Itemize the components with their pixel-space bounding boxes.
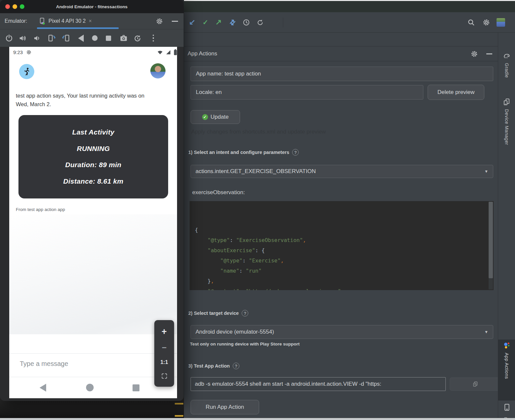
volume-down-icon [32,34,41,43]
intent-dropdown[interactable]: actions.intent.GET_EXERCISE_OBSERVATION … [191,165,493,178]
search-everywhere-button[interactable] [466,17,477,28]
tab-gradle-label: Gradle [504,63,509,78]
adb-command-input[interactable]: adb -s emulator-5554 shell am start -a a… [191,377,446,391]
copy-command-button[interactable] [450,377,501,391]
section3-text: 3) Test App Action [188,363,230,369]
home-button[interactable] [88,32,102,45]
update-project-icon: ↙ [189,18,195,26]
target-device-dropdown[interactable]: Android device (emulator-5554) ▼ [191,325,493,339]
tab-device-manager-label: Device Manager [504,109,509,145]
status-bar: 9:23 [13,49,32,55]
help-icon[interactable]: ? [242,310,248,316]
status-gear-icon [26,49,32,55]
tab-gradle[interactable]: Gradle [498,50,515,96]
help-icon[interactable]: ? [233,363,239,369]
screenshot-root: ↙ ✓ ↗ ⇄ App Actions [0,0,515,420]
param-label: exerciseObservation: [192,189,245,196]
undo-icon [256,18,264,26]
studio-main-toolbar: ↙ ✓ ↗ ⇄ [184,12,515,33]
intent-dropdown-value: actions.intent.GET_EXERCISE_OBSERVATION [196,168,316,175]
update-label: Update [211,114,229,120]
settings-button[interactable] [481,17,492,28]
nav-home-button[interactable] [86,384,94,391]
chevron-down-icon: ▼ [484,330,488,334]
rotate-right-button[interactable] [59,32,73,45]
rollback-button[interactable] [255,17,266,28]
panel-minimize-button[interactable] [486,53,492,54]
actual-size-button[interactable]: 1:1 [160,359,168,365]
check-circle-icon: ✓ [202,114,208,120]
vcs-commit-button[interactable]: ✓ [200,17,211,28]
more-options-button[interactable] [146,32,160,45]
panel-settings-button[interactable] [470,50,478,59]
assistant-message: test app action says, Your last running … [16,92,151,108]
gradle-elephant-icon [503,52,511,60]
zoom-in-button[interactable]: + [162,327,167,336]
card-activity: RUNNING [18,145,168,153]
app-avatar [19,64,34,79]
card-title: Last Activity [18,128,168,136]
intent-parameter-json-editor[interactable]: { "@type": "ExerciseObservation", "about… [190,201,494,290]
vcs-sync-button[interactable]: ⇄ [227,17,238,28]
card-duration: Duration: 89 min [18,161,168,169]
volume-up-button[interactable] [16,32,30,45]
code-scrollbar[interactable] [489,202,493,289]
chevron-down-icon: ▼ [484,169,488,174]
android-emulator-window: Android Emulator - fitnessactions Emulat… [0,0,184,401]
fit-screen-button[interactable] [161,373,168,379]
history-button[interactable] [241,17,252,28]
chat-background [9,214,177,334]
home-icon [92,35,98,41]
app-name-input[interactable]: App name: test app action [191,67,493,81]
user-account-button[interactable] [495,17,506,28]
tab-app-actions[interactable]: App Actions [498,340,515,401]
vcs-push-button[interactable]: ↗ [213,17,224,28]
emulator-minimize-button[interactable] [172,21,178,22]
screenshot-button[interactable] [117,32,131,45]
section2-text: 2) Select target device [188,311,239,316]
back-button[interactable] [74,32,88,45]
vcs-update-button[interactable]: ↙ [187,17,198,28]
cell-signal-icon [165,49,171,55]
nav-back-button[interactable] [40,384,46,392]
section1-text: 1) Select an intent and configure parame… [188,150,289,155]
app-name-value: App name: test app action [196,71,261,77]
snapshots-button[interactable] [131,32,144,45]
studio-titlebar [184,1,515,12]
zoom-out-button[interactable]: − [162,344,167,352]
locale-value: Locale: en [196,89,222,96]
bottom-window-edge [0,418,515,420]
overview-button[interactable] [102,32,115,45]
tab-pixel-4[interactable]: Pixel 4 API 30 2 × [39,13,92,29]
app-actions-panel-header: App Actions [184,46,498,61]
volume-down-button[interactable] [30,32,44,45]
push-icon: ↗ [215,18,222,26]
compose-input[interactable]: Type a message [20,360,68,368]
power-button[interactable] [2,32,16,45]
close-tab-icon[interactable]: × [89,18,92,24]
user-avatar [150,63,166,78]
copy-icon [472,381,478,387]
delete-preview-button[interactable]: Delete preview [428,85,484,100]
assistant-icon [503,342,511,349]
locale-input[interactable]: Locale: en [191,85,423,100]
phone-screen: 9:23 test app action says, Your last run… [9,47,177,398]
section2-label: 2) Select target device ? [188,310,248,316]
emulator-titlebar: Android Emulator - fitnessactions [0,0,184,13]
search-icon [467,18,475,26]
tab-device-bottom[interactable] [498,401,515,414]
android-studio-window: ↙ ✓ ↗ ⇄ App Actions [184,0,515,420]
target-device-value: Android device (emulator-5554) [196,329,274,335]
tab-device-manager[interactable]: Device Manager [498,96,515,159]
rotate-left-button[interactable] [45,32,59,45]
code-scrollbar-thumb[interactable] [489,202,493,278]
clock-icon [242,18,250,26]
run-app-action-button[interactable]: Run App Action [191,400,259,414]
status-time: 9:23 [13,49,23,55]
runner-icon [22,67,31,76]
emulator-settings-button[interactable] [156,17,163,26]
update-button[interactable]: ✓ Update [191,110,240,124]
help-icon[interactable]: ? [292,149,299,156]
nav-recents-button[interactable] [133,384,139,391]
panel-title: App Actions [188,50,217,57]
